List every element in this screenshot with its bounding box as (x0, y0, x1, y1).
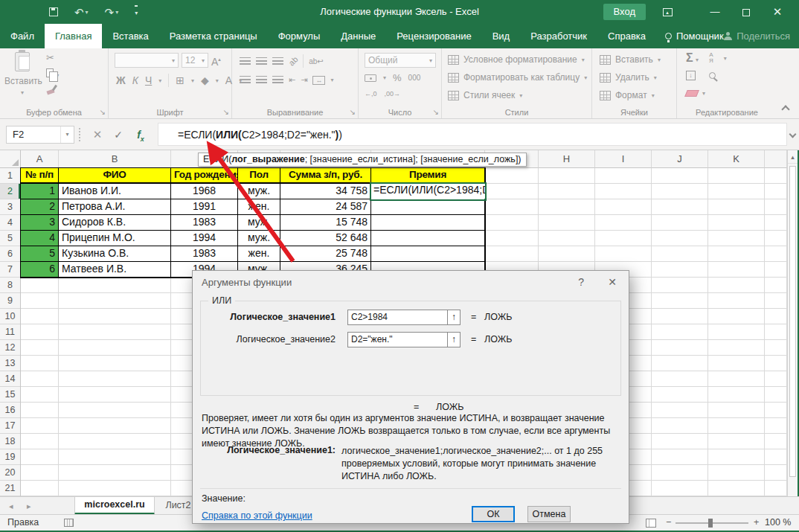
cell-C5[interactable]: 1994 (171, 231, 238, 246)
zoom-out-icon[interactable]: − (666, 515, 671, 531)
close-icon[interactable]: ✕ (765, 0, 790, 24)
enter-entry-icon[interactable]: ✓ (109, 126, 128, 144)
comma-style-icon[interactable]: 000 (408, 74, 421, 82)
number-format-select[interactable]: Общий▾ (365, 53, 436, 68)
cell-A3[interactable]: 2 (21, 199, 59, 215)
zoom-in-icon[interactable]: + (754, 515, 759, 531)
row-header-11[interactable]: 11 (0, 324, 20, 340)
cell-A5[interactable]: 4 (21, 231, 59, 246)
sort-filter-icon[interactable]: АЯ (709, 52, 713, 64)
row-header-19[interactable]: 19 (0, 449, 20, 465)
cell-C4[interactable]: 1983 (171, 215, 238, 231)
row-header-21[interactable]: 21 (0, 481, 20, 496)
copy-icon[interactable]: ▾ (46, 68, 59, 80)
merge-center-icon[interactable]: ↔ (312, 76, 325, 85)
cell-D2[interactable]: муж. (238, 184, 280, 199)
function-help-link[interactable]: Справка по этой функции (202, 510, 312, 521)
increase-indent-icon[interactable]: ⇥ (301, 75, 307, 85)
column-header-J[interactable]: J (652, 150, 708, 168)
ribbon-display-options-icon[interactable]: ▴ (655, 0, 680, 24)
column-header-H[interactable]: H (539, 150, 595, 168)
row-header-17[interactable]: 17 (0, 418, 20, 434)
arg1-input[interactable]: C2>1984 (347, 310, 448, 325)
cell-B5[interactable]: Прицепин М.О. (59, 231, 171, 246)
vertical-scroll-thumb[interactable] (789, 166, 796, 477)
increase-decimal-icon[interactable]: ←,0 (365, 90, 377, 97)
ribbon-tab-Формулы[interactable]: Формулы (268, 24, 331, 48)
formula-input[interactable]: =ЕСЛИ(ИЛИ(C2>1984;D2="жен.")) (158, 123, 787, 146)
fill-handle[interactable] (484, 198, 487, 201)
ribbon-tab-file[interactable]: Файл (0, 24, 45, 48)
cell-B1[interactable]: ФИО (59, 168, 171, 184)
cancel-entry-icon[interactable]: ✕ (88, 126, 107, 144)
cell-D6[interactable]: жен. (238, 246, 280, 262)
cancel-button[interactable]: Отмена (527, 506, 571, 522)
fill-color-icon[interactable]: ◆ (201, 74, 209, 86)
ribbon-tab-Вставка[interactable]: Вставка (102, 24, 158, 48)
sheet-tab-active[interactable]: microexcel.ru (74, 497, 155, 515)
ribbon-tab-Разработчик[interactable]: Разработчик (520, 24, 597, 48)
format-painter-icon[interactable] (46, 85, 56, 94)
cell-E4[interactable]: 15 748 (280, 215, 371, 231)
share-button[interactable]: Поделиться (724, 24, 790, 48)
underline-icon[interactable]: Ч (145, 74, 152, 86)
row-header-1[interactable]: 1 (0, 168, 20, 184)
insert-function-icon[interactable]: fx (131, 126, 150, 144)
row-header-20[interactable]: 20 (0, 465, 20, 481)
row-header-14[interactable]: 14 (0, 371, 20, 387)
accounting-format-icon[interactable] (365, 74, 376, 82)
delete-cells-button[interactable]: Удалить▾ (600, 69, 657, 86)
cell-D3[interactable]: жен. (238, 199, 280, 215)
row-header-9[interactable]: 9 (0, 293, 20, 309)
cell-C6[interactable]: 1983 (171, 246, 238, 262)
ribbon-tab-Рецензирование[interactable]: Рецензирование (386, 24, 481, 48)
dialog-help-icon[interactable]: ? (578, 276, 584, 288)
row-header-13[interactable]: 13 (0, 356, 20, 371)
paste-button[interactable]: Вставить ▾ (4, 52, 40, 106)
previous-sheet-icon[interactable]: ◂ (9, 497, 13, 515)
name-box-dropdown-icon[interactable]: ▾ (60, 126, 74, 143)
align-right-icon[interactable] (272, 76, 283, 84)
dialog-close-icon[interactable]: ✕ (608, 276, 617, 288)
arg2-input[interactable]: D2="жен." (347, 332, 448, 347)
cell-A1[interactable]: № п/п (21, 168, 59, 184)
format-cells-button[interactable]: Формат▾ (600, 87, 655, 103)
conditional-formatting-button[interactable]: Условное форматирование▾ (448, 51, 585, 68)
cell-B4[interactable]: Сидоров К.В. (59, 215, 171, 231)
cell-A4[interactable]: 3 (21, 215, 59, 231)
column-header-A[interactable]: A (21, 150, 59, 168)
cell-F6[interactable] (371, 246, 485, 262)
cell-B2[interactable]: Иванов И.И. (59, 184, 171, 199)
font-color-icon[interactable]: А (225, 74, 232, 86)
cell-A7[interactable]: 6 (21, 262, 59, 278)
sign-in-button[interactable]: Вход (603, 4, 646, 20)
row-header-16[interactable]: 16 (0, 403, 20, 418)
cell-E2[interactable]: 34 758 (280, 184, 371, 199)
zoom-level[interactable]: 100 % (765, 515, 791, 531)
row-header-3[interactable]: 3 (0, 199, 20, 215)
format-as-table-button[interactable]: Форматировать как таблицу▾ (448, 69, 587, 86)
row-header-4[interactable]: 4 (0, 215, 20, 231)
cell-D5[interactable]: муж. (238, 231, 280, 246)
cell-E3[interactable]: 24 587 (280, 199, 371, 215)
name-box[interactable]: F2 ▾ (6, 126, 74, 144)
insert-cells-button[interactable]: Вставить▾ (600, 51, 661, 68)
row-header-7[interactable]: 7 (0, 262, 20, 278)
expand-formula-bar-icon[interactable] (789, 131, 797, 138)
cell-C1[interactable]: Год рождения (171, 168, 238, 184)
collapse-ribbon-icon[interactable] (781, 105, 789, 113)
vertical-scrollbar[interactable]: ▴ (787, 150, 798, 496)
next-sheet-icon[interactable]: ▸ (27, 497, 31, 515)
cell-A6[interactable]: 5 (21, 246, 59, 262)
cell-D1[interactable]: Пол (238, 168, 280, 184)
select-all-corner[interactable] (0, 150, 21, 168)
clear-icon[interactable] (684, 90, 699, 97)
zoom-slider-thumb[interactable] (708, 519, 713, 528)
arg2-collapse-dialog-icon[interactable]: ↑ (447, 332, 461, 347)
ribbon-tab-Главная[interactable]: Главная (45, 24, 102, 48)
fill-icon[interactable]: ↓ (686, 71, 696, 80)
cell-C2[interactable]: 1968 (171, 184, 238, 199)
align-left-icon[interactable] (240, 76, 251, 84)
alignment-dialog-launcher-icon[interactable]: ↘ (350, 108, 356, 116)
minimize-icon[interactable]: — (702, 0, 728, 24)
